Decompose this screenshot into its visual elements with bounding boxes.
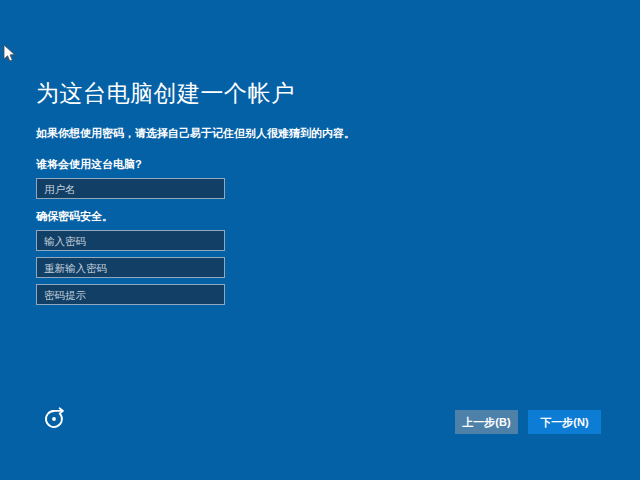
ease-of-access-icon: [43, 418, 67, 433]
page-title: 为这台电脑创建一个帐户: [36, 80, 295, 106]
username-input[interactable]: [36, 178, 225, 199]
who-will-use-label: 谁将会使用这台电脑?: [36, 157, 142, 171]
arrow-cursor-icon: [3, 44, 16, 63]
ease-of-access-button[interactable]: [42, 406, 68, 432]
reenter-password-input[interactable]: [36, 257, 225, 278]
back-button[interactable]: 上一步(B): [455, 410, 518, 434]
password-input[interactable]: [36, 230, 225, 251]
oobe-create-account-screen: 为这台电脑创建一个帐户 如果你想使用密码，请选择自己易于记住但别人很难猜到的内容…: [0, 0, 640, 480]
page-subtitle: 如果你想使用密码，请选择自己易于记住但别人很难猜到的内容。: [36, 126, 355, 140]
password-hint-input[interactable]: [36, 284, 225, 305]
next-button[interactable]: 下一步(N): [528, 410, 601, 434]
secure-password-label: 确保密码安全。: [36, 209, 113, 223]
